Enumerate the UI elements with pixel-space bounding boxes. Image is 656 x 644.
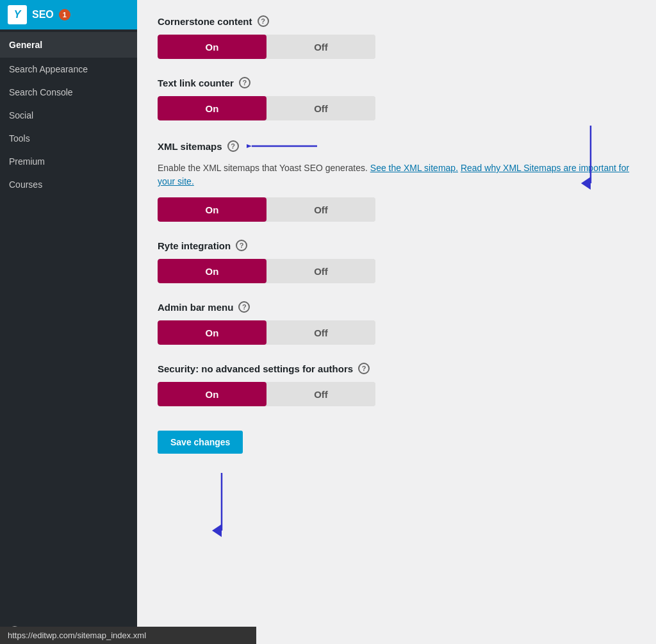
xml-description-text: Enable the XML sitemaps that Yoast SEO g… (158, 163, 368, 173)
xml-sitemaps-help-icon[interactable]: ? (227, 140, 239, 152)
security-on-button[interactable]: On (158, 382, 266, 406)
horizontal-arrow-annotation (247, 138, 324, 154)
yoast-logo-icon: Y (8, 5, 27, 24)
cornerstone-help-icon[interactable]: ? (258, 15, 269, 27)
xml-sitemap-link[interactable]: See the XML sitemap. (370, 163, 458, 173)
xml-sitemaps-description: Enable the XML sitemaps that Yoast SEO g… (158, 161, 636, 188)
sidebar-item-tools[interactable]: Tools (0, 127, 137, 150)
cornerstone-on-button[interactable]: On (158, 35, 266, 59)
admin-bar-toggle-group: On Off (158, 320, 375, 345)
sidebar-navigation: General Search Appearance Search Console… (0, 29, 137, 196)
bottom-arrow-annotation (183, 466, 260, 543)
ryte-label-text: Ryte integration (158, 240, 231, 251)
sidebar-item-courses[interactable]: Courses (0, 173, 137, 196)
security-off-button[interactable]: Off (266, 382, 375, 406)
xml-sitemaps-section: XML sitemaps ? Enable the XM (158, 138, 636, 222)
cornerstone-label: Cornerstone content ? (158, 15, 636, 27)
xml-on-button[interactable]: On (158, 197, 266, 222)
status-bar: https://editwp.com/sitemap_index.xml (0, 627, 256, 644)
sidebar-item-social[interactable]: Social (0, 104, 137, 127)
vertical-arrow-annotation (565, 119, 616, 196)
text-link-counter-section: Text link counter ? On Off (158, 77, 636, 120)
security-label-text: Security: no advanced settings for autho… (158, 363, 353, 374)
cornerstone-off-button[interactable]: Off (266, 35, 375, 59)
text-link-counter-label: Text link counter ? (158, 77, 636, 88)
admin-bar-on-button[interactable]: On (158, 320, 266, 345)
admin-bar-label-text: Admin bar menu (158, 302, 233, 313)
sidebar: Y SEO 1 General Search Appearance Search… (0, 0, 137, 644)
sidebar-item-search-appearance[interactable]: Search Appearance (0, 58, 137, 81)
text-link-counter-label-text: Text link counter (158, 78, 234, 88)
cornerstone-toggle-group: On Off (158, 35, 375, 59)
text-link-help-icon[interactable]: ? (239, 77, 250, 88)
ryte-off-button[interactable]: Off (266, 259, 375, 283)
main-content: Cornerstone content ? On Off Text link c… (137, 0, 656, 644)
status-bar-url: https://editwp.com/sitemap_index.xml (8, 631, 146, 640)
xml-sitemaps-label-text: XML sitemaps (158, 141, 222, 152)
admin-bar-help-icon[interactable]: ? (238, 301, 250, 313)
ryte-toggle-group: On Off (158, 259, 375, 283)
xml-toggle-group: On Off (158, 197, 375, 222)
cornerstone-content-section: Cornerstone content ? On Off (158, 15, 636, 59)
sidebar-item-premium[interactable]: Premium (0, 150, 137, 173)
ryte-integration-section: Ryte integration ? On Off (158, 240, 636, 283)
security-label: Security: no advanced settings for autho… (158, 363, 636, 374)
text-link-off-button[interactable]: Off (266, 96, 375, 120)
admin-bar-menu-section: Admin bar menu ? On Off (158, 301, 636, 345)
ryte-help-icon[interactable]: ? (236, 240, 247, 251)
xml-sitemaps-label: XML sitemaps ? (158, 138, 636, 154)
bottom-arrow-area (158, 466, 636, 543)
cornerstone-label-text: Cornerstone content (158, 16, 252, 27)
sidebar-item-general[interactable]: General (0, 32, 137, 58)
save-changes-button[interactable]: Save changes (158, 431, 243, 454)
sidebar-logo[interactable]: Y SEO 1 (0, 0, 137, 29)
ryte-on-button[interactable]: On (158, 259, 266, 283)
security-help-icon[interactable]: ? (358, 363, 370, 374)
logo-text: SEO (32, 9, 54, 21)
security-section: Security: no advanced settings for autho… (158, 363, 636, 406)
admin-bar-off-button[interactable]: Off (266, 320, 375, 345)
logo-badge: 1 (59, 9, 70, 21)
text-link-on-button[interactable]: On (158, 96, 266, 120)
security-toggle-group: On Off (158, 382, 375, 406)
text-link-toggle-group: On Off (158, 96, 375, 120)
admin-bar-label: Admin bar menu ? (158, 301, 636, 313)
sidebar-item-search-console[interactable]: Search Console (0, 81, 137, 104)
ryte-label: Ryte integration ? (158, 240, 636, 251)
xml-off-button[interactable]: Off (266, 197, 375, 222)
